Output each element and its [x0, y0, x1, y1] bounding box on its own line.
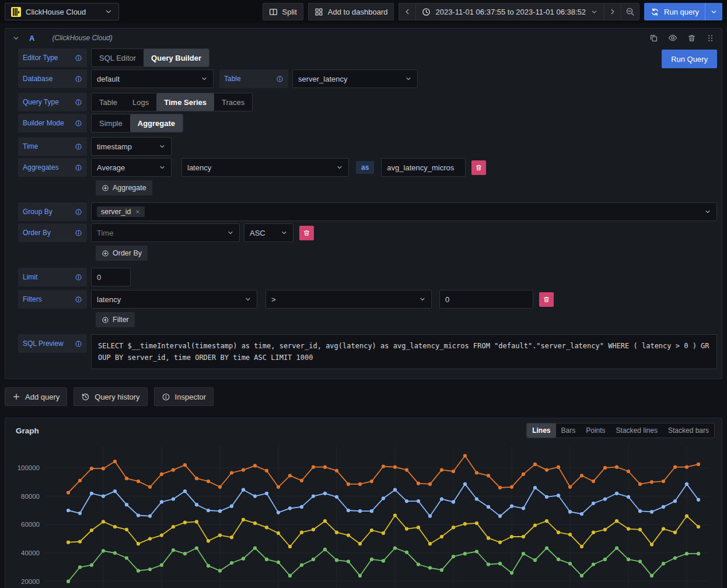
query-ref-id[interactable]: A [29, 34, 34, 43]
graph-mode-stacked-lines[interactable]: Stacked lines [611, 424, 663, 438]
graph-mode-points[interactable]: Points [581, 424, 610, 438]
group-by-chip[interactable]: server_id [97, 206, 145, 217]
inspector-button[interactable]: Inspector [154, 387, 214, 406]
remove-chip-icon[interactable] [135, 209, 141, 215]
remove-order-by-button[interactable] [299, 226, 314, 240]
time-back-button[interactable] [399, 3, 415, 20]
remove-query-icon[interactable] [687, 34, 696, 43]
as-keyword-badge: as [356, 161, 374, 174]
filter-operator-select[interactable]: > [265, 290, 432, 309]
chevron-down-icon [196, 75, 208, 82]
editor-type-label: Editor Type [18, 48, 87, 67]
datasource-picker[interactable]: ClickHouse Cloud [5, 3, 119, 20]
table-select[interactable]: server_latency [292, 69, 418, 88]
filter-value-input[interactable]: 0 [439, 290, 533, 309]
database-label: Database [18, 69, 87, 88]
info-icon[interactable] [75, 274, 82, 281]
builder-mode-aggregate[interactable]: Aggregate [130, 114, 183, 132]
chevron-down-icon [240, 296, 251, 303]
time-forward-button[interactable] [604, 3, 621, 20]
info-icon[interactable] [75, 164, 82, 172]
query-history-button[interactable]: Query history [74, 387, 147, 406]
info-icon[interactable] [75, 54, 82, 62]
info-icon[interactable] [75, 143, 82, 150]
chevron-down-icon [276, 229, 288, 236]
editor-type-sql-editor[interactable]: SQL Editor [92, 49, 144, 66]
chevron-down-icon [104, 8, 113, 16]
sync-icon [651, 8, 659, 16]
aggregate-column-select[interactable]: latency [181, 158, 349, 177]
editor-type-switch: SQL Editor Query Builder [91, 48, 209, 67]
run-query-dropdown[interactable] [705, 3, 722, 20]
query-datasource-hint: (ClickHouse Cloud) [52, 34, 112, 42]
collapse-chevron-icon[interactable] [12, 34, 20, 42]
filter-field-select[interactable]: latency [91, 290, 257, 309]
graph-mode-bars[interactable]: Bars [556, 424, 581, 438]
info-icon[interactable] [276, 75, 284, 83]
chevron-down-icon [414, 296, 426, 303]
query-type-traces[interactable]: Traces [214, 93, 252, 111]
query-type-time-series[interactable]: Time Series [156, 93, 214, 111]
order-by-field-select[interactable]: Time [91, 223, 240, 242]
info-icon[interactable] [75, 340, 82, 348]
run-query-label: Run query [664, 8, 699, 16]
explore-toolbar: ClickHouse Cloud Split Add to dashboard … [0, 0, 727, 23]
chevron-down-icon [590, 8, 598, 16]
info-icon[interactable] [75, 75, 82, 83]
time-column-select[interactable]: timestamp [91, 137, 172, 156]
graph-mode-lines[interactable]: Lines [527, 424, 555, 438]
remove-filter-button[interactable] [539, 292, 554, 307]
chevron-down-icon [222, 229, 234, 236]
graph-panel: Graph Lines Bars Points Stacked lines St… [5, 418, 722, 588]
table-label: Table [219, 69, 288, 88]
group-by-multiselect[interactable]: server_id [91, 202, 717, 221]
svg-text:20000: 20000 [21, 578, 40, 585]
zoom-out-button[interactable] [621, 3, 639, 20]
query-header: A (ClickHouse Cloud) [5, 29, 722, 47]
info-icon[interactable] [75, 296, 82, 303]
chevron-down-icon [154, 143, 166, 150]
split-button[interactable]: Split [263, 3, 303, 20]
editor-type-query-builder[interactable]: Query Builder [144, 49, 209, 66]
query-type-label: Query Type [18, 93, 87, 111]
sql-preview-code: SELECT $__timeInterval(timestamp) as tim… [91, 334, 717, 369]
info-icon[interactable] [75, 99, 82, 106]
plus-circle-icon [102, 316, 109, 324]
query-type-logs[interactable]: Logs [125, 93, 156, 111]
info-circle-icon [162, 393, 170, 401]
chevron-down-icon [700, 208, 711, 215]
info-icon[interactable] [75, 229, 82, 237]
duplicate-query-icon[interactable] [649, 34, 658, 43]
graph-mode-stacked-bars[interactable]: Stacked bars [663, 424, 714, 438]
history-icon [81, 393, 90, 401]
limit-input[interactable]: 0 [91, 268, 131, 286]
drag-handle-icon[interactable] [706, 34, 715, 43]
sql-preview-label: SQL Preview [18, 334, 87, 353]
panel-run-query-button[interactable]: Run Query [662, 50, 717, 68]
filters-label: Filters [18, 290, 87, 309]
add-query-button[interactable]: Add query [5, 387, 67, 406]
add-to-dashboard-button[interactable]: Add to dashboard [308, 3, 394, 20]
aggregate-function-select[interactable]: Average [91, 158, 172, 177]
graph-mode-switch: Lines Bars Points Stacked lines Stacked … [526, 423, 715, 438]
add-order-by-button[interactable]: Order By [96, 246, 148, 261]
info-icon[interactable] [75, 120, 82, 127]
query-editor-panel: A (ClickHouse Cloud) Run Query Editor Ty… [5, 28, 722, 379]
add-aggregate-button[interactable]: Aggregate [96, 180, 152, 195]
order-by-direction-select[interactable]: ASC [244, 223, 293, 242]
info-icon[interactable] [75, 208, 82, 216]
aggregate-alias-input[interactable]: avg_latency_micros [381, 158, 466, 177]
aggregates-label: Aggregates [18, 158, 87, 177]
builder-mode-simple[interactable]: Simple [92, 114, 130, 132]
run-query-button[interactable]: Run query [644, 3, 722, 20]
time-range-label: 2023-11-01 06:37:55 to 2023-11-01 06:38:… [435, 8, 586, 16]
svg-text:60000: 60000 [21, 521, 40, 528]
add-filter-button[interactable]: Filter [96, 312, 135, 327]
svg-text:80000: 80000 [21, 493, 40, 500]
builder-mode-switch: Simple Aggregate [91, 114, 183, 132]
query-type-table[interactable]: Table [92, 93, 125, 111]
toggle-visibility-icon[interactable] [668, 33, 677, 43]
remove-aggregate-button[interactable] [471, 160, 486, 175]
database-select[interactable]: default [91, 69, 214, 88]
time-range-picker[interactable]: 2023-11-01 06:37:55 to 2023-11-01 06:38:… [415, 3, 604, 20]
